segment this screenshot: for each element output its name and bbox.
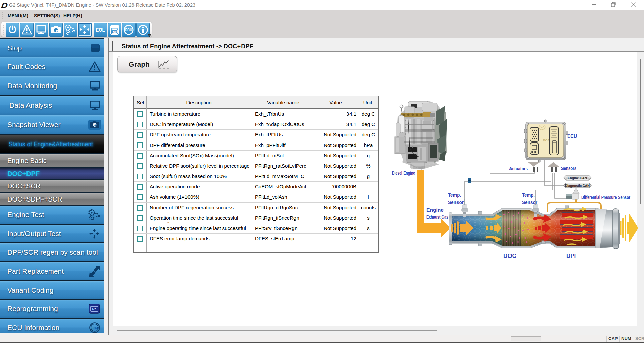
svg-text:Temp.: Temp.: [522, 192, 535, 198]
svg-text:Temp.: Temp.: [448, 192, 461, 198]
svg-text:Exhaust Gas: Exhaust Gas: [426, 214, 448, 220]
svg-text:Engine CAN: Engine CAN: [568, 176, 587, 180]
svg-text:Differential Pressure Sensor: Differential Pressure Sensor: [581, 194, 630, 200]
svg-text:Re: Re: [92, 307, 97, 311]
svg-text:Engine: Engine: [426, 207, 444, 213]
svg-text:Sensor: Sensor: [448, 199, 464, 205]
svg-text:Diagnostic CAN: Diagnostic CAN: [565, 184, 590, 188]
svg-text:ECU: ECU: [567, 133, 577, 139]
svg-text:Actuators: Actuators: [509, 166, 528, 171]
svg-text:Sensors: Sensors: [561, 165, 576, 171]
svg-text:DPF: DPF: [566, 253, 578, 259]
svg-text:Sensor: Sensor: [522, 199, 537, 205]
svg-text:ECU: ECU: [125, 28, 132, 32]
svg-text:Re: Re: [113, 30, 117, 33]
svg-text:Diesel Engine: Diesel Engine: [392, 170, 415, 176]
svg-text:DOC: DOC: [503, 253, 516, 259]
svg-text:EOL: EOL: [96, 27, 105, 33]
svg-text:ECU: ECU: [91, 326, 98, 330]
